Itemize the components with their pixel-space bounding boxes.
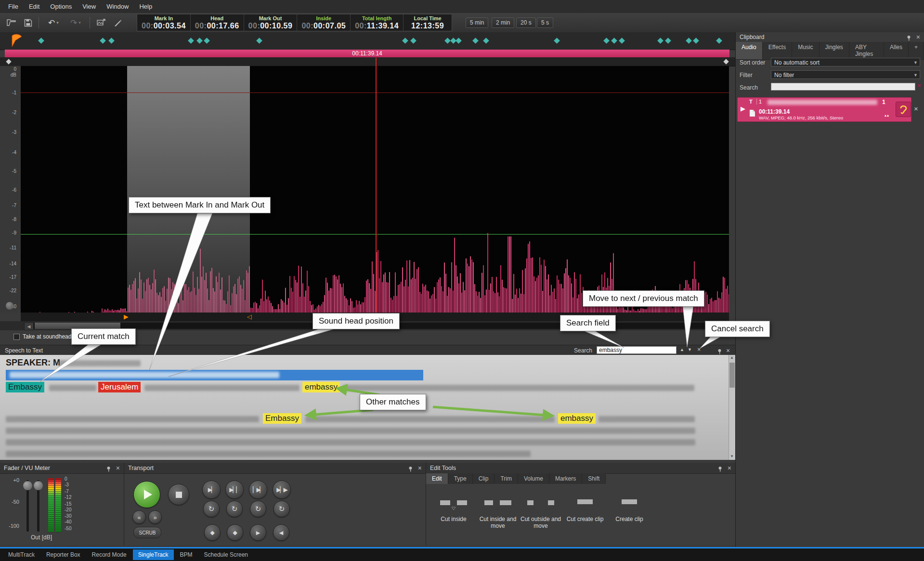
- zoom-2min-button[interactable]: 2 min: [492, 17, 514, 28]
- close-icon[interactable]: ×: [418, 463, 422, 473]
- redo-button[interactable]: ↷ ▾: [66, 16, 85, 29]
- scrub-button[interactable]: SCRUB: [133, 527, 161, 538]
- close-icon[interactable]: ×: [916, 32, 920, 42]
- loop-button-2[interactable]: ↻: [226, 501, 243, 517]
- clear-search-icon[interactable]: ×: [917, 82, 921, 89]
- forward-button[interactable]: »: [148, 510, 162, 524]
- tab-aby-jingles[interactable]: ABY Jingles: [849, 42, 884, 59]
- clipboard-search-input[interactable]: [771, 83, 915, 91]
- tab-music[interactable]: Music: [792, 42, 819, 59]
- menu-file[interactable]: File: [3, 1, 24, 12]
- total-length-field[interactable]: Total length 00:11:39.14: [351, 14, 403, 31]
- taskbar-multitrack[interactable]: MultiTrack: [3, 549, 40, 560]
- mark-in-field[interactable]: Mark In 00:00:03.54: [137, 14, 191, 31]
- taskbar-schedule-screen[interactable]: Schedule Screen: [199, 549, 253, 560]
- loop-button-1[interactable]: ↻: [203, 501, 220, 517]
- start-marker-icon[interactable]: [11, 33, 23, 48]
- clip-remove-icon[interactable]: ×: [914, 104, 918, 113]
- soundhead-text-row[interactable]: [6, 370, 423, 380]
- cue-marker-icon[interactable]: [196, 38, 203, 44]
- cue-marker-icon[interactable]: [108, 38, 115, 44]
- tab-type[interactable]: Type: [448, 473, 473, 484]
- play-button[interactable]: [133, 481, 160, 508]
- mark-out-field[interactable]: Mark Out 00:00:10.59: [244, 14, 298, 31]
- next-match-button[interactable]: ▼: [688, 347, 692, 352]
- loop-button-4[interactable]: ↻: [273, 501, 290, 517]
- cue-marker-icon[interactable]: [204, 38, 210, 44]
- current-match-word[interactable]: Embassy: [6, 382, 44, 392]
- step-back-button[interactable]: ◀: [273, 524, 289, 541]
- menu-options[interactable]: Options: [45, 1, 77, 12]
- taskbar-bpm[interactable]: BPM: [175, 549, 198, 560]
- sort-order-dropdown[interactable]: No automatic sort ▼: [771, 58, 920, 66]
- clipboard-clip-entry[interactable]: ▶ T 1 1 00:11:39.14 WAV, MPEG; 48.0 kHz,…: [737, 97, 911, 122]
- cue-marker-icon[interactable]: [665, 38, 671, 44]
- tab-markers[interactable]: Markers: [549, 473, 582, 484]
- cue-marker-icon[interactable]: [657, 38, 664, 44]
- head-field[interactable]: Head 00:00:17.66: [191, 14, 244, 31]
- tab-add[interactable]: +: [909, 42, 924, 59]
- tab-shift[interactable]: Shift: [582, 473, 606, 484]
- cue-marker-icon[interactable]: [444, 38, 451, 44]
- tab-alles[interactable]: Alles: [884, 42, 909, 59]
- cue-marker-icon[interactable]: [100, 38, 106, 44]
- tool-cut-outside-move[interactable]: Cut outside and move: [520, 496, 562, 529]
- stop-button[interactable]: [168, 484, 189, 505]
- expand-chevrons-icon[interactable]: ▴▴: [885, 113, 889, 117]
- menu-edit[interactable]: Edit: [24, 1, 45, 12]
- tool-cut-inside-move[interactable]: Cut inside and move: [477, 496, 519, 529]
- mini-ruler[interactable]: [0, 57, 735, 66]
- fader-knob-left[interactable]: [23, 481, 32, 490]
- marker-ruler[interactable]: [0, 32, 735, 50]
- zoom-5min-button[interactable]: 5 min: [466, 17, 488, 28]
- menu-window[interactable]: Window: [101, 1, 134, 12]
- play-over-cut-button[interactable]: ▶▏▶: [273, 481, 291, 499]
- waveform-view[interactable]: [21, 66, 729, 313]
- goto-mark-out-button[interactable]: ◆: [227, 524, 243, 541]
- cue-marker-icon[interactable]: [716, 38, 722, 44]
- menu-help[interactable]: Help: [134, 1, 157, 12]
- step-forward-button[interactable]: ▶: [250, 524, 266, 541]
- export-button[interactable]: [94, 16, 108, 29]
- edit-tool-button[interactable]: [111, 16, 124, 29]
- prelisten-button[interactable]: [896, 102, 911, 117]
- close-icon[interactable]: ×: [116, 463, 120, 473]
- cue-marker-icon[interactable]: [483, 38, 489, 44]
- entity-word[interactable]: Jerusalem: [98, 382, 141, 392]
- cue-marker-icon[interactable]: [686, 38, 692, 44]
- previous-match-button[interactable]: ▲: [680, 347, 684, 352]
- save-button[interactable]: [21, 16, 35, 29]
- tool-create-clip[interactable]: Create clip: [608, 496, 651, 522]
- cue-marker-icon[interactable]: [611, 38, 617, 44]
- cue-marker-icon[interactable]: [256, 38, 262, 44]
- cue-marker-icon[interactable]: [554, 38, 560, 44]
- match-word-b[interactable]: Embassy: [263, 413, 301, 424]
- play-to-end-button[interactable]: ▶▏: [202, 481, 221, 499]
- play-selection-button[interactable]: ▏▶▏: [249, 481, 267, 499]
- speech-search-input[interactable]: [597, 346, 677, 354]
- tab-jingles[interactable]: Jingles: [820, 42, 849, 59]
- cue-marker-icon[interactable]: [472, 38, 479, 44]
- goto-mark-in-button[interactable]: ◆: [204, 524, 221, 541]
- match-word-a[interactable]: embassy: [302, 382, 340, 392]
- cue-marker-icon[interactable]: [402, 38, 408, 44]
- cancel-search-button[interactable]: ×: [697, 346, 701, 353]
- undo-button[interactable]: ↶ ▾: [44, 16, 63, 29]
- play-pause-button[interactable]: ▶▏▏: [225, 481, 244, 499]
- close-icon[interactable]: ×: [726, 346, 730, 355]
- scroll-down-button[interactable]: ▼: [730, 454, 734, 458]
- pin-icon[interactable]: [717, 465, 723, 474]
- scroll-up-button[interactable]: ▲: [730, 355, 734, 360]
- zoom-5s-button[interactable]: 5 s: [537, 17, 553, 28]
- close-icon[interactable]: ×: [728, 463, 731, 473]
- scroll-left-button[interactable]: ◀: [24, 322, 34, 330]
- open-file-button[interactable]: [5, 16, 18, 29]
- menu-view[interactable]: View: [77, 1, 101, 12]
- cue-marker-icon[interactable]: [603, 38, 610, 44]
- cue-marker-icon[interactable]: [693, 38, 699, 44]
- zoom-20s-button[interactable]: 20 s: [516, 17, 536, 28]
- cue-marker-icon[interactable]: [38, 38, 44, 44]
- loop-button-3[interactable]: ↻: [250, 501, 266, 517]
- cue-marker-icon[interactable]: [188, 38, 194, 44]
- tab-clip[interactable]: Clip: [473, 473, 495, 484]
